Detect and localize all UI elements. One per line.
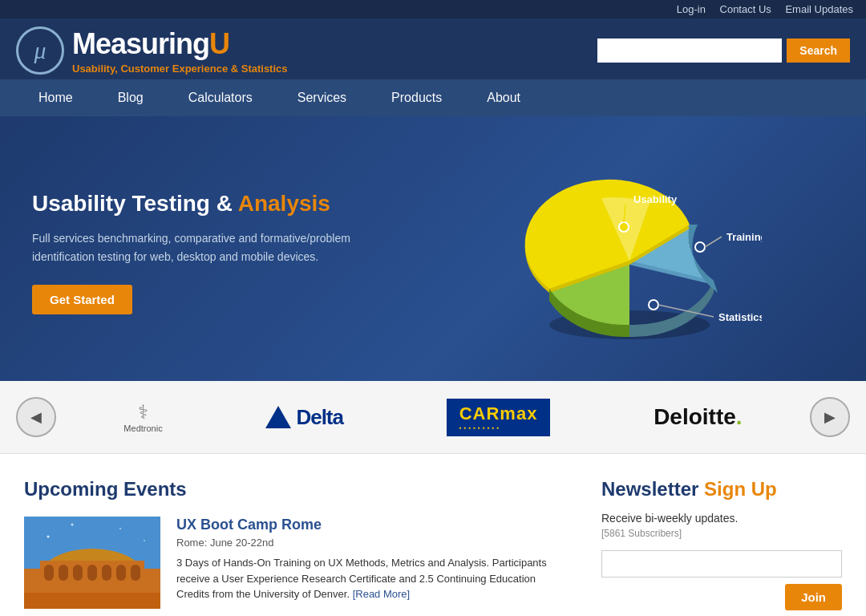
events-title: Upcoming Events [24,478,569,500]
delta-logo: Delta [265,397,343,437]
nav-calculators[interactable]: Calculators [166,79,275,116]
svg-point-6 [649,300,658,310]
hero-section: Usability Testing & Analysis Full servic… [0,116,866,381]
hero-title-white: Usability Testing & [32,191,233,216]
clients-logos: ⚕ Medtronic Delta CARmax ▪▪▪▪▪▪▪▪▪ Deloi… [72,397,794,437]
main-content: Upcoming Events [0,454,866,616]
logo-text-area: MeasuringU Usability, Customer Experienc… [72,27,288,75]
svg-line-5 [705,237,722,247]
svg-rect-20 [24,593,160,609]
event-description: 3 Days of Hands-On Training on UX Method… [176,555,569,602]
logo-measuring: Measuring [72,27,209,60]
prev-clients-button[interactable]: ◀ [16,397,56,437]
events-section: Upcoming Events [24,478,569,610]
colosseum-image [24,517,160,609]
search-area: Search [597,38,850,63]
top-bar: Log-in Contact Us Email Updates [0,0,866,18]
svg-point-4 [695,242,705,252]
deloitte-text: Deloitte. [654,404,742,430]
training-label: Training [726,231,762,243]
carmax-text: CARmax [459,403,538,424]
deloitte-logo: Deloitte. [654,397,742,437]
join-button[interactable]: Join [785,584,842,610]
medtronic-text: Medtronic [123,424,162,433]
main-nav: Home Blog Calculators Services Products … [0,79,866,116]
nav-services[interactable]: Services [275,79,369,116]
prev-arrow-icon: ◀ [30,408,42,426]
header: μ MeasuringU Usability, Customer Experie… [0,18,866,79]
carmax-underline: ▪▪▪▪▪▪▪▪▪ [459,424,538,432]
svg-point-24 [144,540,145,541]
search-button[interactable]: Search [787,38,850,63]
usability-label: Usability [633,193,678,205]
statistics-label: Statistics [718,311,762,323]
login-link[interactable]: Log-in [677,3,706,15]
hero-title: Usability Testing & Analysis [32,191,417,217]
mu-symbol: μ [34,37,46,64]
svg-point-22 [119,528,121,529]
read-more-link[interactable]: [Read More] [353,588,411,600]
svg-point-1 [619,222,629,232]
newsletter-title: Newsletter Sign Up [601,478,842,500]
nav-blog[interactable]: Blog [95,79,166,116]
deloitte-dot: . [736,404,743,429]
get-started-button[interactable]: Get Started [32,285,132,314]
svg-rect-17 [102,565,111,581]
nav-about[interactable]: About [464,79,543,116]
svg-rect-13 [44,565,54,581]
nav-products[interactable]: Products [369,79,464,116]
svg-point-21 [47,536,50,538]
newsletter-email-input[interactable] [601,550,842,578]
logo-u: U [209,27,229,60]
carmax-logo: CARmax ▪▪▪▪▪▪▪▪▪ [447,397,551,437]
logo-area: μ MeasuringU Usability, Customer Experie… [16,26,288,75]
svg-rect-15 [73,565,83,581]
hero-chart: Usability Training Statistics [417,148,834,357]
email-updates-link[interactable]: Email Updates [785,3,853,15]
clients-bar: ◀ ⚕ Medtronic Delta CARmax ▪▪▪▪▪▪▪▪▪ D [0,381,866,454]
hero-description: Full services benchmarking, comparative … [32,229,353,265]
delta-triangle-icon [265,406,291,428]
next-clients-button[interactable]: ▶ [810,397,850,437]
delta-text: Delta [296,405,343,430]
event-details: UX Boot Camp Rome Rome: June 20-22nd 3 D… [176,517,569,609]
search-input[interactable] [597,38,782,63]
contact-link[interactable]: Contact Us [720,3,771,15]
svg-rect-19 [131,565,140,581]
newsletter-section: Newsletter Sign Up Receive bi-weekly upd… [601,478,842,610]
svg-rect-18 [116,565,126,581]
svg-rect-16 [87,565,97,581]
pie-chart: Usability Training Statistics [489,156,762,349]
hero-text: Usability Testing & Analysis Full servic… [32,191,417,314]
svg-rect-14 [59,565,68,581]
event-image [24,517,160,609]
event-title: UX Boot Camp Rome [176,517,569,533]
newsletter-title-black: Newsletter [601,478,698,500]
nav-home[interactable]: Home [16,79,95,116]
newsletter-description: Receive bi-weekly updates. [601,512,842,525]
newsletter-title-orange: Sign Up [704,478,777,500]
event-date: Rome: June 20-22nd [176,537,569,549]
newsletter-form: Join [601,550,842,610]
tagline: Usability, Customer Experience & Statist… [72,63,288,75]
logo-icon: μ [16,26,64,75]
subscriber-count: [5861 Subscribers] [601,528,842,539]
svg-point-23 [71,524,74,526]
event-item: UX Boot Camp Rome Rome: June 20-22nd 3 D… [24,517,569,609]
medtronic-logo: ⚕ Medtronic [123,397,162,437]
next-arrow-icon: ▶ [824,408,836,426]
hero-title-orange: Analysis [238,191,330,216]
medtronic-icon: ⚕ [123,401,162,424]
logo-name: MeasuringU [72,27,288,61]
